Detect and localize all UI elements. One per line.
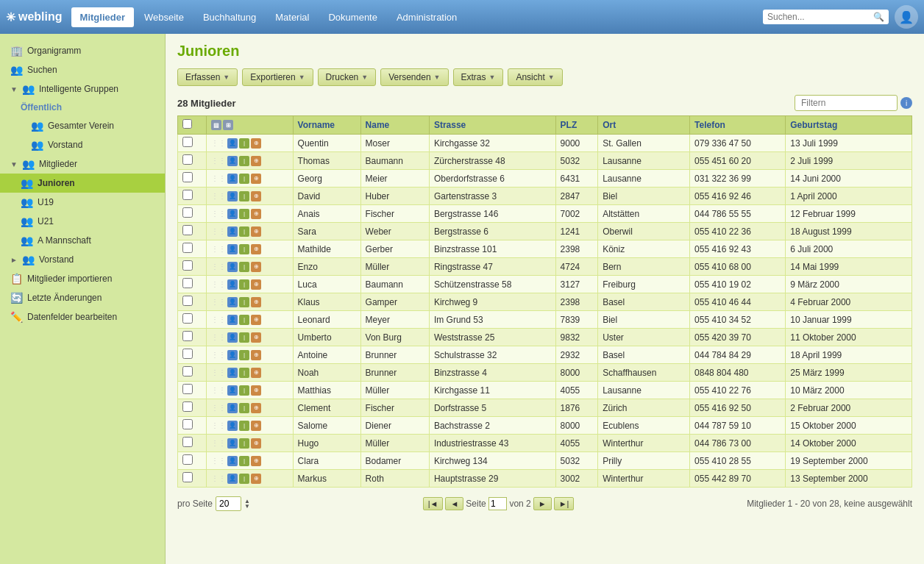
row-checkbox-7[interactable] — [182, 260, 193, 271]
row-icon-person-11[interactable]: 👤 — [227, 332, 238, 343]
row-vorname-7[interactable]: Enzo — [293, 258, 360, 276]
nav-buchhaltung[interactable]: Buchhaltung — [194, 7, 265, 27]
row-checkbox-6[interactable] — [182, 243, 193, 253]
row-icon-extra-10[interactable]: ⊕ — [251, 315, 261, 325]
sidebar-item-suchen[interactable]: 👥 Suchen — [0, 60, 165, 79]
row-checkbox-8[interactable] — [182, 278, 193, 288]
row-checkbox-12[interactable] — [182, 349, 193, 359]
sidebar-item-mitglieder-group[interactable]: ▼ 👥 Mitglieder — [0, 154, 165, 174]
drag-handle-4[interactable]: ⋮⋮ — [211, 210, 226, 218]
row-icon-extra-14[interactable]: ⊕ — [251, 385, 261, 396]
sidebar-item-organigramm[interactable]: 🏢 Organigramm — [0, 41, 165, 60]
search-input[interactable] — [767, 12, 870, 22]
drag-handle-12[interactable]: ⋮⋮ — [211, 351, 226, 359]
row-icon-edit-15[interactable]: | — [239, 403, 249, 413]
row-icon-person-12[interactable]: 👤 — [227, 350, 238, 360]
row-icon-edit-7[interactable]: | — [239, 262, 249, 272]
sidebar-item-gesamter-verein[interactable]: 👥 Gesamter Verein — [0, 116, 165, 135]
filter-info-icon[interactable]: i — [900, 97, 912, 109]
col-geburtstag-header[interactable]: Geburtstag — [786, 116, 912, 135]
row-vorname-16[interactable]: Salome — [293, 417, 360, 435]
row-vorname-9[interactable]: Klaus — [293, 293, 360, 311]
row-icon-extra-1[interactable]: ⊕ — [251, 156, 261, 166]
first-page-button[interactable]: |◄ — [423, 497, 444, 510]
row-checkbox-1[interactable] — [182, 154, 193, 165]
row-icon-person-0[interactable]: 👤 — [227, 138, 238, 149]
row-vorname-6[interactable]: Mathilde — [293, 240, 360, 258]
sidebar-item-vorstand-ig[interactable]: 👥 Vorstand — [0, 135, 165, 154]
row-checkbox-19[interactable] — [182, 472, 193, 482]
row-vorname-2[interactable]: Georg — [293, 170, 360, 188]
row-icon-edit-13[interactable]: | — [239, 368, 249, 378]
row-icon-edit-14[interactable]: | — [239, 385, 249, 396]
row-checkbox-9[interactable] — [182, 296, 193, 306]
row-icon-edit-19[interactable]: | — [239, 474, 249, 484]
row-icon-extra-17[interactable]: ⊕ — [251, 438, 261, 449]
drag-handle-3[interactable]: ⋮⋮ — [211, 192, 226, 200]
row-checkbox-10[interactable] — [182, 313, 193, 324]
row-icon-person-15[interactable]: 👤 — [227, 403, 238, 413]
sidebar-item-vorstand[interactable]: ► 👥 Vorstand — [0, 250, 165, 269]
row-icon-extra-19[interactable]: ⊕ — [251, 474, 261, 484]
row-icon-extra-12[interactable]: ⊕ — [251, 350, 261, 360]
row-icon-person-14[interactable]: 👤 — [227, 385, 238, 396]
row-icon-edit-0[interactable]: | — [239, 138, 249, 149]
row-icon-edit-6[interactable]: | — [239, 244, 249, 254]
row-icon-edit-17[interactable]: | — [239, 438, 249, 449]
row-icon-edit-8[interactable]: | — [239, 279, 249, 290]
drag-handle-0[interactable]: ⋮⋮ — [211, 139, 226, 147]
nav-material[interactable]: Material — [266, 7, 318, 27]
col-name-header[interactable]: Name — [360, 116, 429, 135]
row-vorname-10[interactable]: Leonard — [293, 311, 360, 329]
nav-dokumente[interactable]: Dokumente — [319, 7, 385, 27]
row-icon-extra-5[interactable]: ⊕ — [251, 226, 261, 237]
row-icon-edit-10[interactable]: | — [239, 315, 249, 325]
exportieren-button[interactable]: Exportieren ▼ — [242, 68, 313, 86]
row-icon-person-3[interactable]: 👤 — [227, 191, 238, 201]
row-icon-person-5[interactable]: 👤 — [227, 226, 238, 237]
nav-webseite[interactable]: Webseite — [135, 7, 193, 27]
row-vorname-12[interactable]: Antoine — [293, 346, 360, 364]
row-icon-extra-11[interactable]: ⊕ — [251, 332, 261, 343]
row-icon-extra-15[interactable]: ⊕ — [251, 403, 261, 413]
row-icon-person-16[interactable]: 👤 — [227, 421, 238, 431]
sidebar-item-intelligente-gruppen[interactable]: ▼ 👥 Intelligente Gruppen — [0, 79, 165, 99]
row-icon-person-6[interactable]: 👤 — [227, 244, 238, 254]
select-all-checkbox[interactable] — [182, 119, 192, 129]
row-icon-extra-8[interactable]: ⊕ — [251, 279, 261, 290]
row-icon-person-18[interactable]: 👤 — [227, 456, 238, 466]
nav-mitglieder[interactable]: Mitglieder — [71, 7, 134, 27]
drag-handle-13[interactable]: ⋮⋮ — [211, 368, 226, 376]
row-vorname-1[interactable]: Thomas — [293, 152, 360, 170]
col-telefon-header[interactable]: Telefon — [690, 116, 786, 135]
row-icon-edit-5[interactable]: | — [239, 226, 249, 237]
page-size-input[interactable] — [216, 496, 241, 511]
row-icon-edit-1[interactable]: | — [239, 156, 249, 166]
drag-handle-11[interactable]: ⋮⋮ — [211, 333, 226, 341]
row-icon-person-1[interactable]: 👤 — [227, 156, 238, 166]
row-icon-person-2[interactable]: 👤 — [227, 174, 238, 184]
ansicht-button[interactable]: Ansicht ▼ — [508, 68, 562, 86]
row-checkbox-5[interactable] — [182, 225, 193, 235]
row-icon-person-8[interactable]: 👤 — [227, 279, 238, 290]
row-icon-person-10[interactable]: 👤 — [227, 315, 238, 325]
row-checkbox-11[interactable] — [182, 331, 193, 341]
row-icon-edit-18[interactable]: | — [239, 456, 249, 466]
col-ort-header[interactable]: Ort — [598, 116, 690, 135]
row-vorname-14[interactable]: Matthias — [293, 382, 360, 399]
drag-handle-1[interactable]: ⋮⋮ — [211, 157, 226, 165]
row-checkbox-16[interactable] — [182, 419, 193, 429]
row-icon-edit-11[interactable]: | — [239, 332, 249, 343]
row-checkbox-4[interactable] — [182, 207, 193, 218]
drag-handle-14[interactable]: ⋮⋮ — [211, 386, 226, 394]
drag-handle-6[interactable]: ⋮⋮ — [211, 245, 226, 253]
row-checkbox-17[interactable] — [182, 437, 193, 447]
row-vorname-0[interactable]: Quentin — [293, 135, 360, 152]
row-vorname-5[interactable]: Sara — [293, 223, 360, 240]
next-page-button[interactable]: ► — [533, 497, 552, 510]
drag-handle-5[interactable]: ⋮⋮ — [211, 227, 226, 235]
row-checkbox-0[interactable] — [182, 137, 193, 147]
prev-page-button[interactable]: ◄ — [445, 497, 463, 510]
drag-handle-10[interactable]: ⋮⋮ — [211, 315, 226, 324]
drag-handle-9[interactable]: ⋮⋮ — [211, 298, 226, 306]
